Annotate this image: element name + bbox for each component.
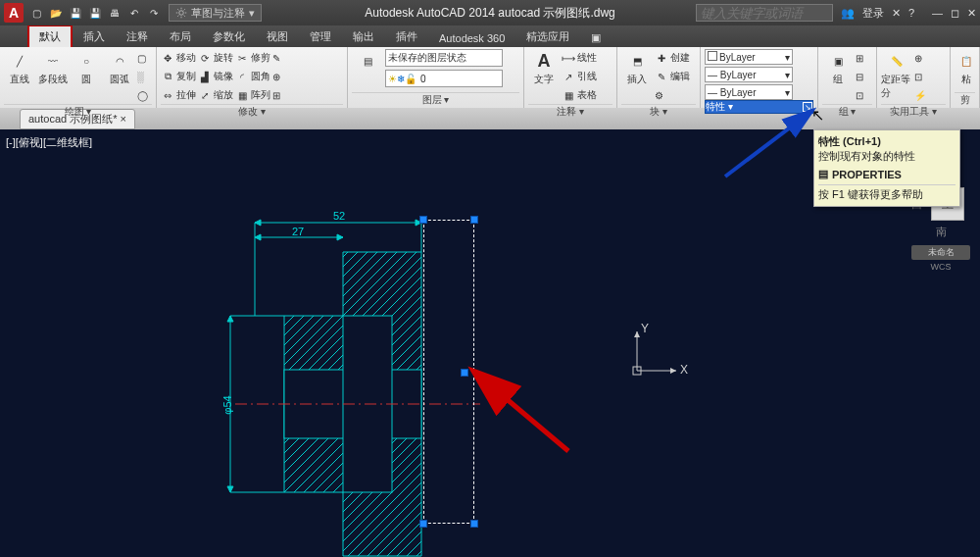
draw-extra3[interactable]: ◯ bbox=[137, 86, 148, 104]
tab-insert[interactable]: 插入 bbox=[73, 25, 116, 47]
util-e2[interactable]: ⊡ bbox=[914, 68, 926, 85]
scale-button[interactable]: ⤢缩放 bbox=[198, 86, 233, 104]
fillet-button[interactable]: ◜圆角 bbox=[235, 68, 270, 85]
tab-parametric[interactable]: 参数化 bbox=[202, 25, 256, 47]
array-button[interactable]: ▦阵列 bbox=[235, 86, 270, 104]
linear-dim-button[interactable]: ⟼线性 bbox=[562, 49, 597, 67]
maximize-icon[interactable]: ◻ bbox=[951, 7, 959, 20]
grip[interactable] bbox=[419, 216, 427, 224]
workspace-label: 草图与注释 bbox=[191, 6, 245, 21]
lineweight-dropdown[interactable]: — ByLayer▾ bbox=[705, 67, 793, 82]
layer-props-button[interactable]: ▤ bbox=[352, 49, 383, 73]
tab-extra-icon[interactable]: ▣ bbox=[580, 27, 612, 47]
tab-plugins[interactable]: 插件 bbox=[385, 25, 428, 47]
panel-utilities: 📏定距等分 ⊕⊡⚡ 实用工具 ▾ bbox=[877, 47, 951, 108]
rotate-button[interactable]: ⟳旋转 bbox=[198, 49, 233, 67]
ucs-icon: Y X bbox=[627, 322, 686, 380]
polyline-button[interactable]: 〰多段线 bbox=[37, 49, 69, 86]
grip[interactable] bbox=[470, 520, 478, 528]
arc-button[interactable]: ◠圆弧 bbox=[104, 49, 135, 86]
tab-layout[interactable]: 布局 bbox=[159, 25, 202, 47]
measure-icon: 📏 bbox=[885, 49, 908, 73]
panel-properties-title[interactable]: 特性 ▾↘ bbox=[705, 100, 813, 114]
draw-extra2[interactable]: ░ bbox=[137, 68, 148, 85]
line-button[interactable]: ╱直线 bbox=[4, 49, 35, 86]
util-e3[interactable]: ⚡ bbox=[914, 86, 926, 104]
panel-draw-title[interactable]: 绘图 ▾ bbox=[4, 104, 152, 118]
layer-icon: ▤ bbox=[356, 49, 379, 73]
grip[interactable] bbox=[461, 369, 468, 377]
linetype-dropdown[interactable]: — ByLayer▾ bbox=[705, 84, 793, 100]
exchange-icon[interactable]: ✕ bbox=[892, 7, 901, 20]
panel-annot-title[interactable]: 注释 ▾ bbox=[528, 104, 612, 118]
open-icon[interactable]: 📂 bbox=[47, 4, 65, 22]
draw-extra1[interactable]: ▢ bbox=[137, 49, 148, 67]
mirror-button[interactable]: ▟镜像 bbox=[198, 68, 233, 85]
window-title: Autodesk AutoCAD 2014 autocad 示例图纸.dwg bbox=[365, 5, 614, 22]
move-button[interactable]: ✥移动 bbox=[161, 49, 196, 67]
cube-unnamed[interactable]: 未命名 bbox=[911, 245, 970, 260]
util-e1[interactable]: ⊕ bbox=[914, 49, 926, 67]
new-icon[interactable]: ▢ bbox=[27, 4, 45, 22]
text-button[interactable]: A文字 bbox=[528, 49, 560, 86]
viewport-label[interactable]: [-][俯视][二维线框] bbox=[6, 135, 92, 150]
layer-dropdown[interactable]: ☀❄🔓0 bbox=[385, 70, 503, 87]
paste-icon: 📋 bbox=[955, 49, 978, 73]
tab-manage[interactable]: 管理 bbox=[299, 25, 342, 47]
panel-group: ▣组 ⊞⊟⊡ 组 ▾ bbox=[818, 47, 877, 108]
layer-state-dropdown[interactable]: 未保存的图层状态 bbox=[385, 49, 503, 67]
color-dropdown[interactable]: ByLayer▾ bbox=[705, 49, 793, 65]
group-e2[interactable]: ⊟ bbox=[856, 68, 863, 85]
login-link[interactable]: 登录 bbox=[862, 6, 884, 21]
minimize-icon[interactable]: — bbox=[932, 7, 943, 19]
insert-button[interactable]: ⬒插入 bbox=[621, 49, 653, 86]
grip[interactable] bbox=[470, 216, 478, 224]
modify-e2[interactable]: ⊕ bbox=[272, 68, 280, 85]
dim-54: φ54 bbox=[221, 395, 233, 414]
tab-annotate[interactable]: 注释 bbox=[116, 25, 159, 47]
app-logo[interactable]: A bbox=[4, 3, 24, 23]
workspace-dropdown[interactable]: 草图与注释 ▾ bbox=[169, 4, 262, 22]
copy-button[interactable]: ⧉复制 bbox=[161, 68, 196, 85]
panel-modify-title[interactable]: 修改 ▾ bbox=[161, 104, 343, 118]
save-icon[interactable]: 💾 bbox=[67, 4, 84, 22]
panel-block-title[interactable]: 块 ▾ bbox=[621, 104, 696, 118]
tab-output[interactable]: 输出 bbox=[342, 25, 385, 47]
tab-a360[interactable]: Autodesk 360 bbox=[428, 28, 515, 47]
group-e1[interactable]: ⊞ bbox=[856, 49, 863, 67]
search-input[interactable] bbox=[696, 4, 833, 22]
plot-icon[interactable]: 🖶 bbox=[106, 4, 123, 22]
group-button[interactable]: ▣组 bbox=[822, 49, 854, 86]
close-icon[interactable]: ✕ bbox=[967, 7, 976, 20]
panel-group-title[interactable]: 组 ▾ bbox=[822, 104, 872, 118]
tooltip-desc: 控制现有对象的特性 bbox=[818, 149, 956, 164]
trim-button[interactable]: ✂修剪 bbox=[235, 49, 270, 67]
circle-button[interactable]: ○圆 bbox=[71, 49, 102, 86]
undo-icon[interactable]: ↶ bbox=[125, 4, 143, 22]
paste-button[interactable]: 📋粘 bbox=[955, 49, 978, 86]
cube-wcs[interactable]: WCS bbox=[911, 262, 970, 272]
titlebar-right: 👥 登录 ✕ ? — ◻ ✕ bbox=[841, 6, 976, 21]
measure-button[interactable]: 📏定距等分 bbox=[881, 49, 912, 100]
leader-button[interactable]: ↗引线 bbox=[562, 68, 597, 85]
stretch-button[interactable]: ⇔拉伸 bbox=[161, 86, 196, 104]
tab-view[interactable]: 视图 bbox=[256, 25, 299, 47]
tab-default[interactable]: 默认 bbox=[27, 25, 73, 47]
edit-block-button[interactable]: ✎编辑 bbox=[655, 68, 690, 85]
create-block-button[interactable]: ✚创建 bbox=[655, 49, 690, 67]
tab-featured[interactable]: 精选应用 bbox=[515, 25, 580, 47]
help-icon[interactable]: ? bbox=[908, 7, 914, 19]
modify-e1[interactable]: ✎ bbox=[272, 49, 280, 67]
panel-clip-title[interactable]: 剪 bbox=[955, 92, 975, 106]
panel-layer-title[interactable]: 图层 ▾ bbox=[352, 92, 519, 106]
modify-e3[interactable]: ⊞ bbox=[272, 86, 280, 104]
saveas-icon[interactable]: 💾 bbox=[86, 4, 104, 22]
account-icon[interactable]: 👥 bbox=[841, 7, 855, 20]
title-bar: A ▢ 📂 💾 💾 🖶 ↶ ↷ 草图与注释 ▾ Autodesk AutoCAD… bbox=[0, 0, 980, 25]
redo-icon[interactable]: ↷ bbox=[145, 4, 163, 22]
panel-util-title[interactable]: 实用工具 ▾ bbox=[881, 104, 946, 118]
grip[interactable] bbox=[419, 520, 427, 528]
table-button[interactable]: ▦表格 bbox=[562, 86, 597, 104]
group-e3[interactable]: ⊡ bbox=[856, 86, 863, 104]
block-e3[interactable]: ⚙ bbox=[655, 86, 690, 104]
